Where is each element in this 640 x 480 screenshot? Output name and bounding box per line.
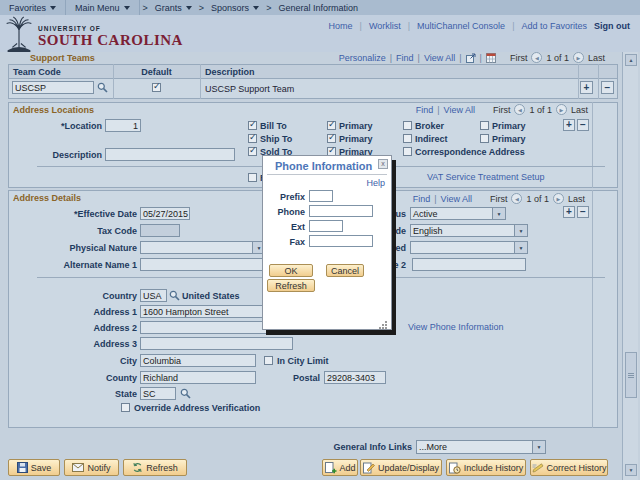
- add-button[interactable]: Add: [322, 459, 358, 476]
- cancel-button[interactable]: Cancel: [326, 264, 364, 277]
- remit-to-checkbox[interactable]: [248, 173, 257, 182]
- default-checkbox[interactable]: [152, 83, 161, 92]
- city-input[interactable]: Columbia: [140, 354, 256, 367]
- bill-primary-checkbox[interactable]: [327, 121, 336, 130]
- status-select[interactable]: Active: [410, 207, 506, 220]
- home-link[interactable]: Home: [329, 21, 353, 31]
- breadcrumb-separator: >: [140, 3, 151, 13]
- view-all-link[interactable]: View All: [441, 194, 472, 204]
- broker-primary-checkbox[interactable]: [480, 121, 489, 130]
- download-grid-icon[interactable]: [486, 53, 496, 63]
- sold-to-checkbox[interactable]: [248, 147, 257, 156]
- notify-button[interactable]: Notify: [64, 459, 119, 476]
- view-phone-information-link[interactable]: View Phone Information: [408, 322, 503, 332]
- pager-prev-button[interactable]: [511, 193, 522, 204]
- fax-input[interactable]: [309, 235, 373, 247]
- zoom-grid-icon[interactable]: [466, 53, 476, 63]
- breadcrumb-grants[interactable]: Grants: [151, 0, 196, 15]
- correct-history-label: Correct History: [547, 463, 607, 473]
- breadcrumb-current-page[interactable]: General Information: [274, 0, 362, 15]
- physical-nature-select[interactable]: [140, 241, 266, 254]
- indirect-checkbox[interactable]: [403, 134, 412, 143]
- dropdown-arrow-icon[interactable]: [492, 208, 505, 219]
- worklist-link[interactable]: Worklist: [369, 21, 401, 31]
- lookup-magnifier-icon[interactable]: [180, 388, 191, 399]
- update-display-button[interactable]: Update/Display: [360, 459, 442, 476]
- view-all-link[interactable]: View All: [424, 53, 455, 63]
- location-input[interactable]: 1: [105, 119, 141, 132]
- alternate-name2-input[interactable]: [412, 258, 526, 271]
- description-input[interactable]: [105, 148, 235, 161]
- postal-label: Postal: [280, 373, 320, 383]
- ship-primary-checkbox[interactable]: [327, 134, 336, 143]
- breadcrumb-favorites[interactable]: Favorites: [0, 0, 65, 15]
- vertical-scrollbar[interactable]: [622, 52, 638, 480]
- pager-next-button[interactable]: [553, 193, 564, 204]
- county-input[interactable]: Richland: [140, 371, 256, 384]
- dropdown-arrow-icon[interactable]: [514, 225, 527, 236]
- delete-row-button[interactable]: −: [601, 81, 614, 94]
- dialog-refresh-button[interactable]: Refresh: [267, 279, 315, 292]
- postal-input[interactable]: 29208-3403: [324, 371, 386, 384]
- where-performed-select[interactable]: [410, 241, 528, 254]
- lookup-magnifier-icon[interactable]: [97, 82, 108, 93]
- state-input[interactable]: SC: [140, 387, 176, 400]
- language-code-select[interactable]: English: [410, 224, 528, 237]
- vat-service-treatment-setup-link[interactable]: VAT Service Treatment Setup: [427, 172, 545, 182]
- pager-prev-button[interactable]: [531, 52, 542, 63]
- ext-input[interactable]: [309, 220, 343, 232]
- view-all-link[interactable]: View All: [444, 105, 475, 115]
- delete-row-button[interactable]: −: [577, 119, 589, 131]
- dropdown-arrow-icon[interactable]: [532, 441, 545, 453]
- phone-input[interactable]: [309, 205, 373, 217]
- add-row-button[interactable]: +: [563, 206, 575, 218]
- scrollbar-thumb[interactable]: [625, 352, 637, 398]
- save-button[interactable]: Save: [8, 459, 60, 476]
- breadcrumb-sponsors[interactable]: Sponsors: [207, 0, 263, 15]
- prefix-input[interactable]: [309, 190, 333, 202]
- add-row-button[interactable]: +: [563, 119, 575, 131]
- personalize-link[interactable]: Personalize: [339, 53, 386, 63]
- delete-row-button[interactable]: −: [577, 206, 589, 218]
- pager-prev-button[interactable]: [514, 104, 525, 115]
- correct-history-button[interactable]: Correct History: [530, 459, 608, 476]
- help-link[interactable]: Help: [366, 178, 385, 188]
- refresh-button[interactable]: Refresh: [123, 459, 187, 476]
- country-input[interactable]: USA: [140, 289, 167, 302]
- correspondence-address-checkbox[interactable]: [403, 147, 412, 156]
- breadcrumb-main-menu[interactable]: Main Menu: [66, 0, 139, 15]
- bill-to-checkbox[interactable]: [248, 121, 257, 130]
- override-address-verification-checkbox[interactable]: [121, 403, 130, 412]
- multichannel-console-link[interactable]: MultiChannel Console: [417, 21, 505, 31]
- lookup-magnifier-icon[interactable]: [169, 290, 180, 301]
- team-code-input[interactable]: USCSP: [12, 81, 94, 94]
- find-link[interactable]: Find: [413, 194, 431, 204]
- address3-input[interactable]: [140, 337, 293, 350]
- ship-to-checkbox[interactable]: [248, 134, 257, 143]
- alternate-name1-input[interactable]: [140, 258, 266, 271]
- dropdown-arrow-icon[interactable]: [514, 242, 527, 253]
- find-link[interactable]: Find: [396, 53, 414, 63]
- include-history-button[interactable]: Include History: [446, 459, 526, 476]
- pager-next-button[interactable]: [573, 52, 584, 63]
- close-icon[interactable]: x: [378, 159, 388, 169]
- ok-button[interactable]: OK: [269, 264, 313, 277]
- add-to-favorites-link[interactable]: Add to Favorites: [521, 21, 587, 31]
- address-locations-heading: Address Locations: [13, 105, 94, 115]
- indirect-primary-checkbox[interactable]: [480, 134, 489, 143]
- chevron-down-icon: [186, 6, 192, 10]
- scroll-down-button[interactable]: [625, 464, 637, 476]
- scroll-up-button[interactable]: [625, 54, 637, 66]
- broker-checkbox[interactable]: [403, 121, 412, 130]
- in-city-limit-checkbox[interactable]: [264, 356, 273, 365]
- pager-next-button[interactable]: [556, 104, 567, 115]
- resize-grip[interactable]: [385, 321, 387, 323]
- location-label: *Location: [37, 121, 102, 131]
- effective-date-input[interactable]: 05/27/2015: [140, 207, 190, 220]
- add-row-button[interactable]: +: [580, 81, 593, 94]
- sign-out-link[interactable]: Sign out: [594, 21, 630, 31]
- general-info-links-select[interactable]: ...More: [416, 440, 546, 454]
- find-link[interactable]: Find: [416, 105, 434, 115]
- support-teams-toolbar: Personalize | Find | View All | | First …: [290, 52, 605, 63]
- address-locations-toolbar: Find | View All First 1 of 1 Last: [300, 104, 588, 115]
